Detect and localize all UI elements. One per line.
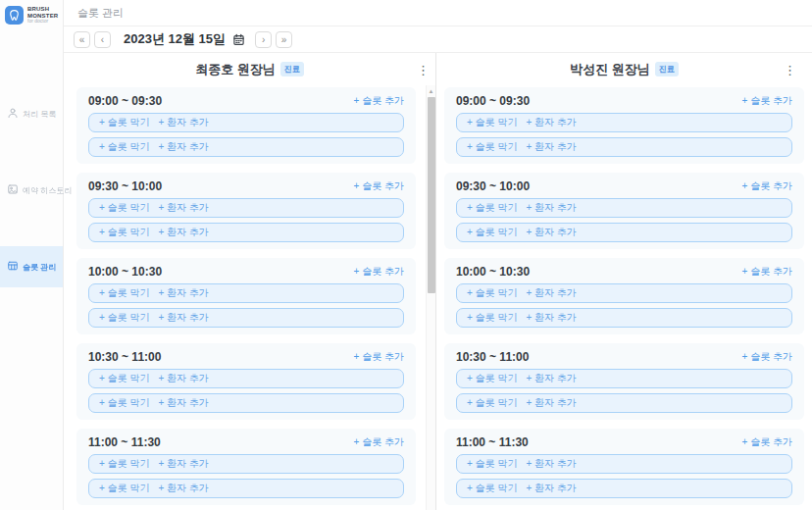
kebab-menu-icon[interactable]: ⋮ — [417, 63, 430, 76]
slot-row[interactable]: + 슬롯 막기+ 환자 추가 — [88, 113, 404, 132]
add-slot-button[interactable]: + 슬롯 추가 — [354, 435, 404, 449]
block-slot-button[interactable]: + 슬롯 막기 — [99, 286, 149, 300]
sidebar-item-0[interactable]: 처리 목록 — [0, 93, 63, 134]
slot-row[interactable]: + 슬롯 막기+ 환자 추가 — [456, 137, 792, 157]
slot-row[interactable]: + 슬롯 막기+ 환자 추가 — [456, 369, 792, 388]
slot-row[interactable]: + 슬롯 막기+ 환자 추가 — [88, 393, 404, 413]
slot-row[interactable]: + 슬롯 막기+ 환자 추가 — [88, 479, 404, 498]
last-date-button[interactable]: » — [276, 31, 292, 48]
add-patient-button[interactable]: + 환자 추가 — [526, 201, 576, 215]
add-slot-button[interactable]: + 슬롯 추가 — [742, 94, 792, 108]
add-patient-button[interactable]: + 환자 추가 — [158, 372, 208, 385]
sidebar: BRUSH MONSTER for doctor 처리 목록예약 히스토리슬롯 … — [0, 0, 64, 510]
calendar-icon[interactable] — [232, 33, 245, 46]
app-logo[interactable]: BRUSH MONSTER for doctor — [0, 0, 63, 30]
slot-row[interactable]: + 슬롯 막기+ 환자 추가 — [456, 454, 792, 474]
time-range-label: 09:00 ~ 09:30 — [88, 94, 162, 108]
slot-row[interactable]: + 슬롯 막기+ 환자 추가 — [456, 198, 792, 218]
time-range-label: 09:00 ~ 09:30 — [456, 94, 530, 108]
add-slot-button[interactable]: + 슬롯 추가 — [354, 179, 404, 193]
vertical-scrollbar[interactable]: ▲ — [426, 85, 435, 510]
block-slot-button[interactable]: + 슬롯 막기 — [99, 372, 149, 385]
sections: 09:00 ~ 09:30+ 슬롯 추가+ 슬롯 막기+ 환자 추가+ 슬롯 막… — [436, 85, 812, 510]
add-slot-button[interactable]: + 슬롯 추가 — [742, 179, 792, 193]
time-section: 09:00 ~ 09:30+ 슬롯 추가+ 슬롯 막기+ 환자 추가+ 슬롯 막… — [444, 87, 804, 164]
add-patient-button[interactable]: + 환자 추가 — [158, 226, 208, 239]
slot-row[interactable]: + 슬롯 막기+ 환자 추가 — [456, 393, 792, 413]
slot-row[interactable]: + 슬롯 막기+ 환자 추가 — [88, 223, 404, 242]
sidebar-item-label: 예약 히스토리 — [23, 185, 72, 196]
slot-row[interactable]: + 슬롯 막기+ 환자 추가 — [88, 198, 404, 218]
add-patient-button[interactable]: + 환자 추가 — [158, 286, 208, 300]
block-slot-button[interactable]: + 슬롯 막기 — [467, 226, 517, 239]
slot-row[interactable]: + 슬롯 막기+ 환자 추가 — [88, 369, 404, 388]
add-patient-button[interactable]: + 환자 추가 — [158, 116, 208, 129]
add-patient-button[interactable]: + 환자 추가 — [526, 116, 576, 129]
brand-line1: BRUSH — [27, 6, 58, 13]
add-slot-button[interactable]: + 슬롯 추가 — [354, 350, 404, 364]
prev-date-button[interactable]: ‹ — [94, 31, 111, 48]
add-patient-button[interactable]: + 환자 추가 — [158, 311, 208, 325]
add-patient-button[interactable]: + 환자 추가 — [526, 396, 576, 410]
sidebar-item-2[interactable]: 슬롯 관리 — [0, 246, 63, 287]
block-slot-button[interactable]: + 슬롯 막기 — [99, 457, 149, 471]
block-slot-button[interactable]: + 슬롯 막기 — [99, 226, 149, 239]
block-slot-button[interactable]: + 슬롯 막기 — [467, 116, 517, 129]
add-patient-button[interactable]: + 환자 추가 — [158, 396, 208, 410]
add-patient-button[interactable]: + 환자 추가 — [158, 201, 208, 215]
scroll-up-arrow-icon[interactable]: ▲ — [429, 85, 434, 95]
block-slot-button[interactable]: + 슬롯 막기 — [467, 311, 517, 325]
block-slot-button[interactable]: + 슬롯 막기 — [99, 140, 149, 154]
add-patient-button[interactable]: + 환자 추가 — [526, 140, 576, 154]
kebab-menu-icon[interactable]: ⋮ — [784, 63, 796, 76]
slot-row[interactable]: + 슬롯 막기+ 환자 추가 — [456, 308, 792, 328]
scrollbar-thumb[interactable] — [428, 97, 435, 293]
add-patient-button[interactable]: + 환자 추가 — [526, 311, 576, 325]
block-slot-button[interactable]: + 슬롯 막기 — [467, 482, 517, 495]
block-slot-button[interactable]: + 슬롯 막기 — [99, 311, 149, 325]
block-slot-button[interactable]: + 슬롯 막기 — [99, 201, 149, 215]
time-section: 09:30 ~ 10:00+ 슬롯 추가+ 슬롯 막기+ 환자 추가+ 슬롯 막… — [444, 173, 804, 249]
block-slot-button[interactable]: + 슬롯 막기 — [99, 482, 149, 495]
block-slot-button[interactable]: + 슬롯 막기 — [467, 372, 517, 385]
block-slot-button[interactable]: + 슬롯 막기 — [467, 140, 517, 154]
add-patient-button[interactable]: + 환자 추가 — [158, 482, 208, 495]
add-patient-button[interactable]: + 환자 추가 — [526, 286, 576, 300]
add-slot-button[interactable]: + 슬롯 추가 — [354, 265, 404, 279]
sidebar-item-1[interactable]: 예약 히스토리 — [0, 170, 63, 211]
time-section: 10:30 ~ 11:00+ 슬롯 추가+ 슬롯 막기+ 환자 추가+ 슬롯 막… — [444, 343, 804, 420]
time-section: 11:00 ~ 11:30+ 슬롯 추가+ 슬롯 막기+ 환자 추가+ 슬롯 막… — [444, 429, 804, 505]
slot-row[interactable]: + 슬롯 막기+ 환자 추가 — [88, 283, 404, 303]
block-slot-button[interactable]: + 슬롯 막기 — [467, 286, 517, 300]
block-slot-button[interactable]: + 슬롯 막기 — [99, 116, 149, 129]
next-date-button[interactable]: › — [255, 31, 272, 48]
add-slot-button[interactable]: + 슬롯 추가 — [742, 265, 792, 279]
add-slot-button[interactable]: + 슬롯 추가 — [354, 94, 404, 108]
first-date-button[interactable]: « — [74, 31, 90, 48]
add-patient-button[interactable]: + 환자 추가 — [526, 226, 576, 239]
block-slot-button[interactable]: + 슬롯 막기 — [467, 457, 517, 471]
add-patient-button[interactable]: + 환자 추가 — [526, 372, 576, 385]
block-slot-button[interactable]: + 슬롯 막기 — [99, 396, 149, 410]
doctor-column-2: 박성진 원장님 진료 ⋮ 09:00 ~ 09:30+ 슬롯 추가+ 슬롯 막기… — [436, 53, 812, 510]
block-slot-button[interactable]: + 슬롯 막기 — [467, 201, 517, 215]
add-patient-button[interactable]: + 환자 추가 — [526, 457, 576, 471]
slot-row[interactable]: + 슬롯 막기+ 환자 추가 — [88, 454, 404, 474]
block-slot-button[interactable]: + 슬롯 막기 — [467, 396, 517, 410]
page-title: 슬롯 관리 — [77, 6, 124, 21]
doctor-column-header: 최종호 원장님 진료 ⋮ — [64, 53, 435, 85]
slot-row[interactable]: + 슬롯 막기+ 환자 추가 — [88, 308, 404, 328]
add-patient-button[interactable]: + 환자 추가 — [158, 457, 208, 471]
slot-row[interactable]: + 슬롯 막기+ 환자 추가 — [456, 283, 792, 303]
doctor-column-1: 최종호 원장님 진료 ⋮ 09:00 ~ 09:30+ 슬롯 추가+ 슬롯 막기… — [64, 53, 435, 510]
add-patient-button[interactable]: + 환자 추가 — [158, 140, 208, 154]
slot-row[interactable]: + 슬롯 막기+ 환자 추가 — [456, 223, 792, 242]
date-navigation: « ‹ 2023년 12월 15일 › » — [64, 26, 812, 53]
add-slot-button[interactable]: + 슬롯 추가 — [742, 435, 792, 449]
slot-row[interactable]: + 슬롯 막기+ 환자 추가 — [456, 479, 792, 498]
doctor-column-header: 박성진 원장님 진료 ⋮ — [436, 53, 812, 85]
add-slot-button[interactable]: + 슬롯 추가 — [742, 350, 792, 364]
slot-row[interactable]: + 슬롯 막기+ 환자 추가 — [88, 137, 404, 157]
add-patient-button[interactable]: + 환자 추가 — [526, 482, 576, 495]
slot-row[interactable]: + 슬롯 막기+ 환자 추가 — [456, 113, 792, 132]
